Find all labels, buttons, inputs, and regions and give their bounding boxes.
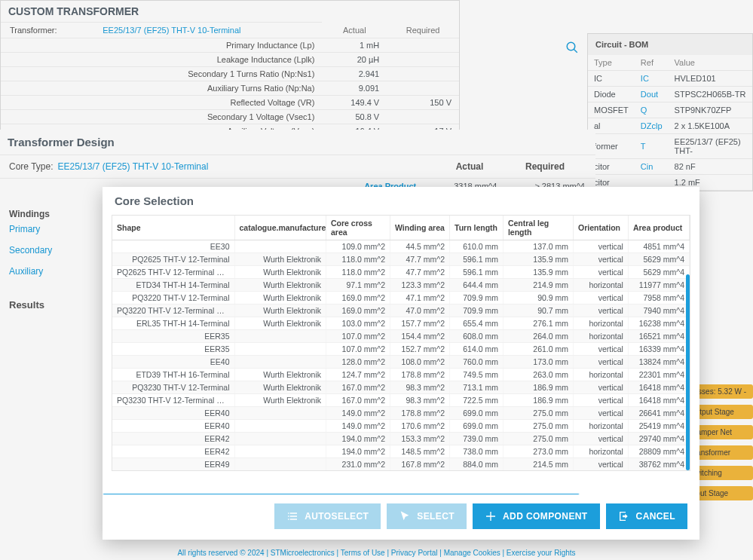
core-column-header[interactable]: Area product — [628, 216, 689, 240]
cell-turn: 738.0 mm — [450, 445, 504, 458]
core-table-row[interactable]: PQ3230 THT-V 12-Terminal EXTWurth Elektr… — [112, 394, 690, 407]
cell-leg: 273.0 mm — [503, 445, 573, 458]
core-column-header[interactable]: Shape — [112, 216, 234, 240]
cell-leg: 275.0 mm — [503, 407, 573, 420]
cell-leg: 264.0 mm — [503, 330, 573, 343]
design-header-actual: Actual — [436, 161, 504, 172]
footer-link[interactable]: | STMicroelectronics — [266, 549, 334, 557]
core-table-row[interactable]: ETD34 THT-H 14-TerminalWurth Elektronik9… — [112, 279, 690, 292]
cell-shape: EE30 — [112, 240, 234, 253]
bom-type: MOSFET — [588, 103, 635, 118]
core-table-row[interactable]: PQ3220 THT-V 12-TerminalWurth Elektronik… — [112, 292, 690, 304]
cancel-button[interactable]: CANCEL — [606, 503, 687, 529]
ct-row-required — [387, 52, 459, 66]
select-button[interactable]: SELECT — [387, 503, 467, 529]
core-table-row[interactable]: EER42194.0 mm^2153.3 mm^2739.0 mm275.0 m… — [112, 433, 690, 445]
core-table-row[interactable]: EER35107.0 mm^2152.7 mm^2614.0 mm261.0 m… — [112, 343, 690, 356]
core-table-row[interactable]: EER40149.0 mm^2178.8 mm^2699.0 mm275.0 m… — [112, 407, 690, 420]
cell-shape: EER40 — [112, 420, 234, 433]
bom-value: EE25/13/7 (EF25) THT- — [669, 134, 752, 159]
bom-ref-link[interactable]: Cin — [635, 159, 669, 175]
design-header-required: Required — [504, 161, 586, 172]
core-type-link[interactable]: EE25/13/7 (EF25) THT-V 10-Terminal — [57, 161, 208, 172]
cell-shape: ETD34 THT-H 14-Terminal — [112, 279, 234, 292]
cell-turn: 608.0 mm — [450, 330, 504, 343]
cell-leg: 261.0 mm — [503, 343, 573, 356]
core-table-row[interactable]: EER35107.0 mm^2154.4 mm^2608.0 mm264.0 m… — [112, 330, 690, 343]
core-table-row[interactable]: PQ3220 THT-V 12-Terminal EXTWurth Elektr… — [112, 304, 690, 317]
core-table-row[interactable]: EE50226.0 mm^2170.0 mm^2940.0 mm213.0 mm… — [112, 471, 690, 472]
bom-ref-link[interactable]: DZclp — [635, 118, 669, 134]
core-table-row[interactable]: EER40149.0 mm^2170.6 mm^2699.0 mm275.0 m… — [112, 420, 690, 433]
cell-leg: 263.0 mm — [503, 369, 573, 381]
core-table-row[interactable]: ETD39 THT-H 16-TerminalWurth Elektronik1… — [112, 369, 690, 381]
cell-leg: 173.0 mm — [503, 356, 573, 369]
footer-link[interactable]: | Manage Cookies — [438, 549, 500, 557]
core-table-row[interactable]: PQ3230 THT-V 12-TerminalWurth Elektronik… — [112, 381, 690, 394]
search-icon[interactable] — [565, 41, 579, 57]
core-table-row[interactable]: EER49231.0 mm^2167.8 mm^2884.0 mm214.5 m… — [112, 458, 690, 471]
ct-row-required — [387, 66, 459, 81]
cell-wind: 47.7 mm^2 — [390, 266, 450, 279]
core-column-header[interactable]: Turn length — [450, 216, 504, 240]
bom-ref-link[interactable]: Q — [635, 103, 669, 118]
cell-cross: 169.0 mm^2 — [326, 292, 390, 304]
bom-ref-link[interactable]: T — [635, 134, 669, 159]
cell-cross: 167.0 mm^2 — [326, 394, 390, 407]
cell-shape: PQ3220 THT-V 12-Terminal EXT — [112, 304, 234, 317]
cell-shape: EER49 — [112, 458, 234, 471]
vertical-scrollbar[interactable] — [686, 229, 690, 470]
cell-turn: 699.0 mm — [450, 407, 504, 420]
cell-shape: PQ3220 THT-V 12-Terminal — [112, 292, 234, 304]
cell-shape: EE50 — [112, 471, 234, 472]
autoselect-button[interactable]: AUTOSELECT — [274, 503, 381, 529]
core-table-row[interactable]: EER42194.0 mm^2148.5 mm^2738.0 mm273.0 m… — [112, 445, 690, 458]
svg-line-1 — [574, 49, 577, 53]
cell-orient: vertical — [574, 356, 629, 369]
cell-leg: 275.0 mm — [503, 433, 573, 445]
cell-mfr: Wurth Elektronik — [234, 292, 326, 304]
cell-orient: vertical — [574, 343, 629, 356]
bom-type: Diode — [588, 87, 635, 103]
cell-turn: 596.1 mm — [450, 253, 504, 266]
add-component-label: ADD COMPONENT — [503, 511, 588, 522]
transformer-name-link[interactable]: EE25/13/7 (EF25) THT-V 10-Terminal — [95, 23, 322, 38]
footer-link[interactable]: | Exercise your Rights — [500, 549, 576, 557]
add-component-button[interactable]: ADD COMPONENT — [473, 503, 600, 529]
header-actual: Actual — [322, 23, 387, 38]
core-column-header[interactable]: Central leg length — [503, 216, 573, 240]
bom-ref-link[interactable]: Dout — [635, 87, 669, 103]
core-selection-modal: Core Selection Shapecatalogue.manufactur… — [103, 187, 699, 540]
core-table-row[interactable]: EE30109.0 mm^244.5 mm^2610.0 mm137.0 mmv… — [112, 240, 690, 253]
ct-row-actual: 50.8 V — [322, 109, 387, 124]
cell-area: 29740 mm^4 — [628, 433, 689, 445]
core-table-row[interactable]: PQ2625 THT-V 12-Terminal EXTWurth Elektr… — [112, 266, 690, 279]
cell-wind: 154.4 mm^2 — [390, 330, 450, 343]
core-column-header[interactable]: Core cross area — [326, 216, 390, 240]
exit-icon — [618, 510, 630, 522]
core-table-row[interactable]: ERL35 THT-H 14-TerminalWurth Elektronik1… — [112, 317, 690, 330]
cell-cross: 149.0 mm^2 — [326, 420, 390, 433]
footer-link[interactable]: | Terms of Use — [335, 549, 385, 557]
bom-ref-link[interactable]: IC — [635, 71, 669, 87]
core-column-header[interactable]: Orientation — [574, 216, 629, 240]
core-column-header[interactable]: Winding area — [390, 216, 450, 240]
select-label: SELECT — [417, 511, 455, 522]
horizontal-scrollbar[interactable] — [103, 494, 684, 494]
cell-mfr: Wurth Elektronik — [234, 279, 326, 292]
cell-cross: 231.0 mm^2 — [326, 458, 390, 471]
cell-mfr — [234, 445, 326, 458]
cell-orient: horizontal — [574, 317, 629, 330]
cell-wind: 170.0 mm^2 — [390, 471, 450, 472]
core-table-row[interactable]: EE40128.0 mm^2108.0 mm^2760.0 mm173.0 mm… — [112, 356, 690, 369]
cell-leg: 214.5 mm — [503, 458, 573, 471]
core-column-header[interactable]: catalogue.manufacturer — [234, 216, 326, 240]
cell-mfr: Wurth Elektronik — [234, 317, 326, 330]
cell-mfr: Wurth Elektronik — [234, 394, 326, 407]
cell-turn: 709.9 mm — [450, 292, 504, 304]
footer-link[interactable]: | Privacy Portal — [385, 549, 438, 557]
core-table-row[interactable]: PQ2625 THT-V 12-TerminalWurth Elektronik… — [112, 253, 690, 266]
cell-mfr — [234, 458, 326, 471]
cell-turn: 722.5 mm — [450, 394, 504, 407]
cell-orient: horizontal — [574, 279, 629, 292]
